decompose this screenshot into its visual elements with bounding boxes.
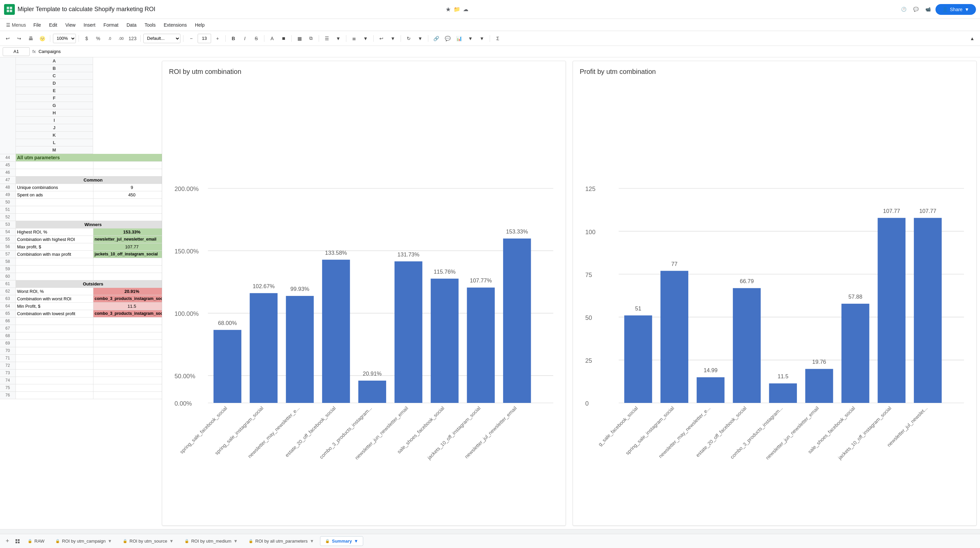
col-header-h[interactable]: H bbox=[16, 109, 94, 117]
zoom-select[interactable]: 100% bbox=[53, 34, 76, 43]
print-button[interactable]: 🖶 bbox=[25, 33, 36, 43]
cell-a56[interactable]: Max profit, $ bbox=[16, 243, 93, 250]
dec-decrease-button[interactable]: .0 bbox=[105, 33, 115, 43]
col-header-i[interactable]: I bbox=[16, 117, 94, 124]
undo-button[interactable]: ↩ bbox=[3, 33, 13, 43]
col-header-m[interactable]: M bbox=[16, 147, 94, 154]
cell-a49[interactable]: Spent on ads bbox=[16, 191, 93, 198]
functions-button[interactable]: Σ bbox=[493, 33, 503, 43]
tab-roi-campaign-lock-icon: 🔒 bbox=[55, 539, 60, 543]
col-header-a[interactable]: A bbox=[16, 57, 94, 65]
format-label-button[interactable]: 123 bbox=[127, 33, 138, 43]
bar-6 bbox=[395, 261, 423, 403]
svg-rect-63 bbox=[18, 539, 19, 541]
borders-button[interactable]: ▦ bbox=[294, 33, 304, 43]
col-header-d[interactable]: D bbox=[16, 80, 94, 87]
valign-button[interactable]: ≣ bbox=[349, 33, 359, 43]
rotate-chevron-button[interactable]: ▼ bbox=[415, 33, 425, 43]
history-icon[interactable]: 🕐 bbox=[899, 5, 908, 14]
filter-chevron-button[interactable]: ▼ bbox=[477, 33, 487, 43]
col-header-e[interactable]: E bbox=[16, 87, 94, 94]
toolbar-separator-13 bbox=[490, 35, 490, 42]
tab-roi-source[interactable]: 🔒 ROI by utm_source ▼ bbox=[118, 537, 178, 546]
cell-a63[interactable]: Combination with worst ROI bbox=[16, 295, 93, 302]
charts-area: ROI by utm combination 200.00% 150.00% 1… bbox=[159, 57, 980, 529]
col-header-l[interactable]: L bbox=[16, 139, 94, 147]
menu-edit[interactable]: Edit bbox=[45, 21, 61, 29]
menu-data[interactable]: Data bbox=[123, 21, 141, 29]
tab-roi-medium[interactable]: 🔒 ROI by utm_medium ▼ bbox=[180, 537, 242, 546]
menu-tools[interactable]: Tools bbox=[141, 21, 160, 29]
bold-button[interactable]: B bbox=[228, 33, 239, 43]
highlight-color-button[interactable]: ■ bbox=[278, 33, 289, 43]
merge-cells-button[interactable]: ⧉ bbox=[306, 33, 316, 43]
cell-a48[interactable]: Unique combinations bbox=[16, 183, 93, 191]
roi-chart-body: 200.00% 150.00% 100.00% 50.00% 0.00% bbox=[169, 81, 559, 519]
menus-button[interactable]: ☰ Menus bbox=[3, 21, 29, 29]
col-header-g[interactable]: G bbox=[16, 102, 94, 109]
redo-button[interactable]: ↪ bbox=[14, 33, 24, 43]
star-icon[interactable]: ★ bbox=[445, 6, 451, 13]
italic-button[interactable]: I bbox=[240, 33, 250, 43]
menu-file[interactable]: File bbox=[29, 21, 45, 29]
cell-winners-header[interactable]: Winners bbox=[16, 221, 171, 228]
tab-roi-all[interactable]: 🔒 ROI by all utm_parameters ▼ bbox=[244, 537, 319, 546]
wrap-chevron-button[interactable]: ▼ bbox=[388, 33, 398, 43]
menu-format[interactable]: Format bbox=[100, 21, 123, 29]
tab-roi-campaign[interactable]: 🔒 ROI by utm_campaign ▼ bbox=[51, 537, 117, 546]
align-left-button[interactable]: ☰ bbox=[322, 33, 332, 43]
cell-a54[interactable]: Highest ROI, % bbox=[16, 228, 93, 236]
menu-insert[interactable]: Insert bbox=[80, 21, 100, 29]
align-chevron-button[interactable]: ▼ bbox=[333, 33, 343, 43]
col-header-j[interactable]: J bbox=[16, 124, 94, 132]
col-header-b[interactable]: B bbox=[16, 65, 94, 72]
dec-increase-button[interactable]: .00 bbox=[116, 33, 126, 43]
cell-a62[interactable]: Worst ROI, % bbox=[16, 287, 93, 295]
currency-button[interactable]: $ bbox=[82, 33, 92, 43]
filter-button[interactable]: ▼ bbox=[465, 33, 476, 43]
svg-text:102.67%: 102.67% bbox=[253, 283, 275, 289]
meet-icon[interactable]: 📹 bbox=[923, 5, 933, 14]
col-header-c[interactable]: C bbox=[16, 72, 94, 80]
rotate-button[interactable]: ↻ bbox=[404, 33, 414, 43]
font-size-input[interactable] bbox=[197, 34, 211, 43]
strikethrough-button[interactable]: S bbox=[251, 33, 261, 43]
svg-text:107.77%: 107.77% bbox=[470, 277, 492, 284]
svg-text:153.33%: 153.33% bbox=[506, 228, 528, 234]
font-size-decrease-button[interactable]: − bbox=[186, 33, 196, 43]
cell-a55[interactable]: Combination with highest ROI bbox=[16, 236, 93, 243]
tab-summary[interactable]: 🔒 Summary ▼ bbox=[320, 536, 363, 546]
collapse-button[interactable]: ▲ bbox=[967, 33, 977, 43]
menu-extensions[interactable]: Extensions bbox=[159, 21, 191, 29]
share-button[interactable]: 👤 Share ▼ bbox=[935, 4, 976, 15]
cell-common-header[interactable]: Common bbox=[16, 176, 171, 183]
folder-icon[interactable]: 📁 bbox=[453, 6, 460, 13]
menu-view[interactable]: View bbox=[61, 21, 80, 29]
wrap-button[interactable]: ↩ bbox=[376, 33, 387, 43]
col-header-f[interactable]: F bbox=[16, 94, 94, 102]
insert-comment-button[interactable]: 💬 bbox=[442, 33, 453, 43]
cell-a64[interactable]: Min Profit, $ bbox=[16, 302, 93, 310]
bar-8 bbox=[467, 287, 495, 403]
paint-format-button[interactable]: 🌝 bbox=[37, 33, 47, 43]
cell-a45[interactable] bbox=[16, 161, 93, 169]
col-header-k[interactable]: K bbox=[16, 132, 94, 139]
cloud-icon[interactable]: ☁ bbox=[463, 6, 468, 13]
menu-help[interactable]: Help bbox=[191, 21, 209, 29]
link-button[interactable]: 🔗 bbox=[431, 33, 441, 43]
comment-icon[interactable]: 💬 bbox=[911, 5, 921, 14]
font-size-increase-button[interactable]: + bbox=[212, 33, 223, 43]
horizontal-scrollbar[interactable] bbox=[0, 529, 980, 534]
percent-button[interactable]: % bbox=[93, 33, 103, 43]
cell-outsiders-header[interactable]: Outsiders bbox=[16, 280, 171, 287]
add-sheet-button[interactable]: + bbox=[3, 537, 12, 546]
all-sheets-button[interactable] bbox=[13, 537, 22, 545]
cell-reference-input[interactable] bbox=[3, 47, 30, 56]
valign-chevron-button[interactable]: ▼ bbox=[361, 33, 371, 43]
font-family-select[interactable]: Default... bbox=[143, 34, 180, 43]
cell-a65[interactable]: Combination with lowest profit bbox=[16, 310, 93, 317]
text-color-button[interactable]: A bbox=[267, 33, 277, 43]
cell-a57[interactable]: Combination with max profit bbox=[16, 250, 93, 258]
tab-raw[interactable]: 🔒 RAW bbox=[23, 537, 49, 546]
insert-chart-button[interactable]: 📊 bbox=[454, 33, 464, 43]
